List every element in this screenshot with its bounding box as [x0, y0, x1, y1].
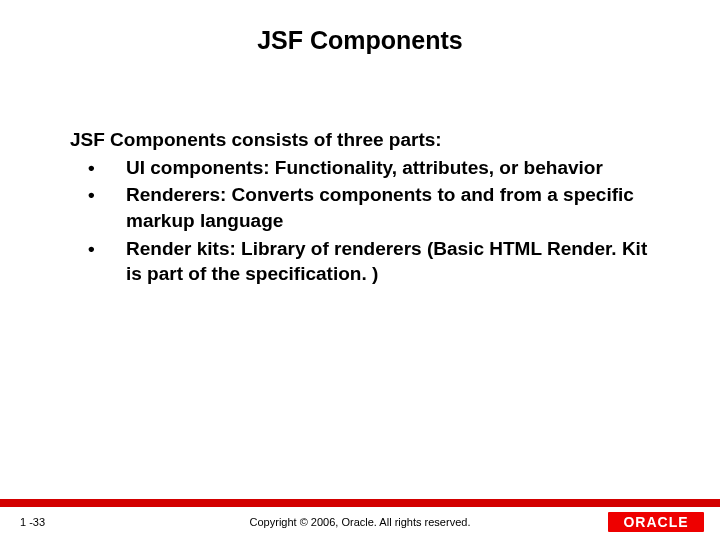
slide: JSF Components JSF Components consists o…	[0, 0, 720, 540]
bullet-text: UI components: Functionality, attributes…	[126, 157, 603, 178]
slide-content: JSF Components consists of three parts: …	[0, 55, 720, 287]
bullet-icon: •	[88, 182, 95, 208]
bullet-text: Render kits: Library of renderers (Basic…	[126, 238, 647, 285]
oracle-logo: ORACLE	[608, 512, 704, 532]
list-item: • Renderers: Converts components to and …	[70, 182, 650, 233]
accent-bar	[0, 499, 720, 507]
intro-text: JSF Components consists of three parts:	[70, 127, 650, 153]
slide-footer: 1 -33 Copyright © 2006, Oracle. All righ…	[0, 500, 720, 540]
list-item: • UI components: Functionality, attribut…	[70, 155, 650, 181]
bullet-list: • UI components: Functionality, attribut…	[70, 155, 650, 287]
bullet-icon: •	[88, 155, 95, 181]
slide-title: JSF Components	[0, 0, 720, 55]
bullet-text: Renderers: Converts components to and fr…	[126, 184, 634, 231]
list-item: • Render kits: Library of renderers (Bas…	[70, 236, 650, 287]
logo-text: ORACLE	[623, 514, 688, 530]
bullet-icon: •	[88, 236, 95, 262]
